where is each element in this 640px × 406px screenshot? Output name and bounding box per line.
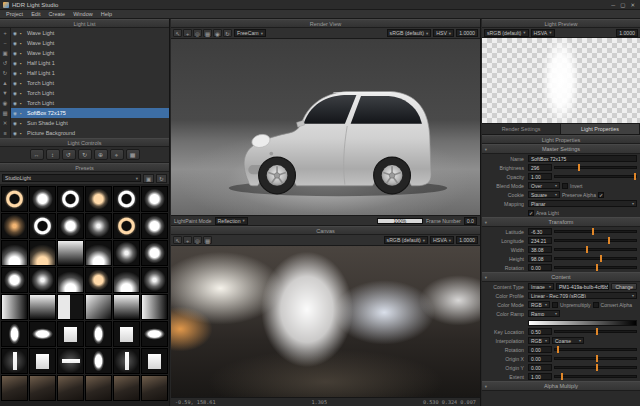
preset-thumb-dome[interactable]	[113, 267, 140, 293]
opacity-input[interactable]: 1.00	[528, 173, 552, 180]
cv-exposure-input[interactable]: 1.0000	[456, 236, 478, 244]
section-master-settings[interactable]: ▾Master Settings	[482, 144, 640, 154]
extent-input[interactable]: 1.00	[528, 373, 552, 380]
move-horizontal-button[interactable]: ↔	[30, 149, 44, 160]
solo-light-icon[interactable]: ◉	[0, 98, 11, 108]
tab-render-settings[interactable]: Render Settings	[482, 124, 561, 134]
rotate-ccw-button[interactable]: ↺	[62, 149, 76, 160]
slider-handle[interactable]	[596, 364, 598, 371]
key-location-input[interactable]: 0.50	[528, 328, 552, 335]
opacity-slider[interactable]	[554, 175, 637, 178]
preset-thumb-panel[interactable]	[57, 321, 84, 347]
preset-thumb-photo[interactable]	[85, 375, 112, 401]
preset-thumb-softbox-v[interactable]	[85, 321, 112, 347]
move-light-down-icon[interactable]: ▼	[0, 88, 11, 98]
preset-thumb-half-v[interactable]	[57, 294, 84, 320]
maximize-icon[interactable]: ▢	[620, 2, 625, 8]
lightpaint-mode-dropdown[interactable]: Reflection▾	[215, 217, 248, 225]
light-list-item[interactable]: ◉▪Wave Light	[11, 28, 169, 38]
visibility-icon[interactable]: ◉	[13, 101, 18, 106]
camera-dropdown[interactable]: FreeCam▾	[234, 29, 266, 37]
refresh-render-icon[interactable]: ↻	[223, 29, 232, 37]
undo-icon[interactable]: ↺	[0, 58, 11, 68]
slider-handle[interactable]	[600, 255, 602, 262]
preset-thumb-disc[interactable]	[29, 186, 56, 212]
tab-light-properties[interactable]: Light Properties	[561, 124, 640, 134]
light-list-item[interactable]: ◉▪Torch Light	[11, 98, 169, 108]
render-viewport[interactable]	[171, 39, 480, 215]
menu-project[interactable]: Project	[2, 11, 27, 17]
cv-color-mode-dropdown[interactable]: HSVA▾	[430, 236, 454, 244]
color-mode-dropdown[interactable]: RGB▾	[528, 301, 550, 308]
preset-thumb-panel[interactable]	[29, 348, 56, 374]
convert-alpha-checkbox[interactable]	[593, 302, 599, 308]
preset-thumb-grad-h[interactable]	[1, 294, 28, 320]
menu-edit[interactable]: Edit	[27, 11, 44, 17]
preset-thumb-photo[interactable]	[29, 375, 56, 401]
slider-handle[interactable]	[634, 173, 636, 180]
remove-light-icon[interactable]: −	[0, 38, 11, 48]
light-list-item[interactable]: ◉▪SoftBox 72x175	[11, 108, 169, 118]
preset-thumb-bar-v[interactable]	[113, 348, 140, 374]
zoom-tool-icon[interactable]: ◎	[193, 29, 202, 37]
light-list-item[interactable]: ◉▪Picture Background	[11, 128, 169, 138]
region-tool-icon[interactable]: ▦	[203, 29, 212, 37]
delete-light-icon[interactable]: ✕	[0, 118, 11, 128]
rv-exposure-input[interactable]: 1.0000	[456, 29, 478, 37]
preset-thumb-grad-h[interactable]	[141, 294, 168, 320]
lp-color-mode-dropdown[interactable]: HSVA▾	[531, 29, 555, 37]
preset-thumb-grad-v[interactable]	[29, 294, 56, 320]
preset-thumb-ring[interactable]	[57, 186, 84, 212]
width-slider[interactable]	[554, 248, 637, 251]
add-light-icon[interactable]: +	[0, 28, 11, 38]
visibility-icon[interactable]: ◉	[13, 81, 18, 86]
preset-thumb-grad-d[interactable]	[85, 294, 112, 320]
height-input[interactable]: 98.08	[528, 255, 552, 262]
preset-thumb-photo[interactable]	[57, 375, 84, 401]
move-vertical-button[interactable]: ↕	[46, 149, 60, 160]
preset-thumb-disc[interactable]	[141, 213, 168, 239]
minimize-icon[interactable]: ─	[611, 2, 615, 8]
slider-handle[interactable]	[596, 264, 598, 271]
preset-thumb-glow[interactable]	[113, 240, 140, 266]
preset-thumb-disc[interactable]	[57, 213, 84, 239]
preset-thumb-dome-warm[interactable]	[29, 240, 56, 266]
hdr-canvas[interactable]	[171, 246, 480, 397]
rotation-input[interactable]: 0.00	[528, 264, 552, 271]
rv-color-profile-dropdown[interactable]: sRGB (default)▾	[387, 29, 432, 37]
content-type-dropdown[interactable]: Image▾	[528, 283, 554, 290]
light-list-item[interactable]: ◉▪Half Light 1	[11, 58, 169, 68]
list-menu-icon[interactable]: ≡	[0, 128, 11, 138]
preset-thumb-dome[interactable]	[57, 267, 84, 293]
origin-x-input[interactable]: 0.00	[528, 355, 552, 362]
select-tool-icon[interactable]: ↖	[173, 236, 182, 244]
brightness-slider[interactable]	[554, 166, 637, 169]
rotation-slider[interactable]	[554, 266, 637, 269]
close-icon[interactable]: ✕	[630, 2, 635, 8]
preset-thumb-softbox-v[interactable]	[85, 348, 112, 374]
grid-snap-button[interactable]: ▦	[126, 149, 140, 160]
longitude-slider[interactable]	[554, 239, 637, 242]
preset-thumb-bar-h[interactable]	[57, 348, 84, 374]
light-list-item[interactable]: ◉▪Wave Light	[11, 38, 169, 48]
pan-tool-icon[interactable]: +	[183, 29, 192, 37]
section-transform[interactable]: ▾Transform	[482, 217, 640, 227]
interpolation-dropdown[interactable]: RGB▾	[528, 337, 550, 344]
cookie-dropdown[interactable]: Square▾	[528, 191, 560, 198]
preset-thumb-softbox-v[interactable]	[1, 321, 28, 347]
pan-tool-icon[interactable]: +	[183, 236, 192, 244]
origin-y-slider[interactable]	[554, 366, 637, 369]
preset-thumb-panel[interactable]	[113, 321, 140, 347]
latitude-slider[interactable]	[554, 230, 637, 233]
visibility-icon[interactable]: ◉	[13, 131, 18, 136]
scale-button[interactable]: ⊕	[94, 149, 108, 160]
mapping-dropdown[interactable]: Planar▾	[528, 200, 637, 207]
cv-color-profile-dropdown[interactable]: sRGB (default)▾	[384, 236, 429, 244]
name-input[interactable]: SoftBox 72x175	[528, 155, 637, 162]
content-type-input[interactable]: PM1-419a-bulb-4cf6b5bve6z.hdr	[556, 283, 609, 290]
menu-window[interactable]: Window	[69, 11, 97, 17]
visibility-icon[interactable]: ◉	[13, 51, 18, 56]
preset-thumb-softbox-h[interactable]	[29, 321, 56, 347]
zoom-tool-icon[interactable]: ◎	[193, 236, 202, 244]
invert-checkbox[interactable]	[562, 183, 568, 189]
